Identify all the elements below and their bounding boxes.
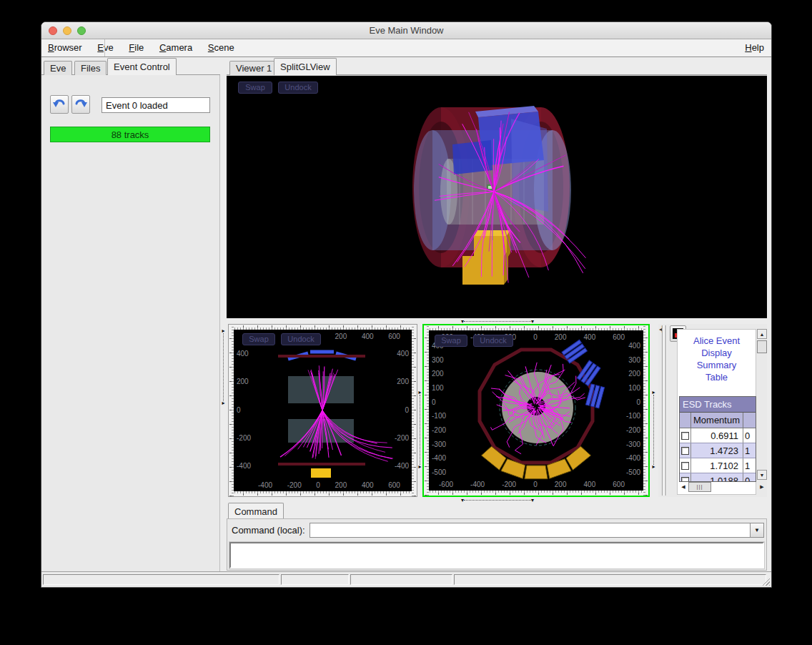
splitter-handle[interactable]: ▸ ▸ [221,329,226,405]
sidebar-splitter[interactable]: ▸ ▸ [220,75,227,573]
rphi-canvas[interactable]: -600-400-2000200400600 -600-400-20002004… [429,330,643,491]
ruler-bottom [229,491,417,496]
dropdown-arrow-icon[interactable]: ▼ [750,523,764,538]
command-combo: ▼ [310,523,764,538]
sidebar-tabrow: Eve Files Event Control [41,57,220,75]
clipped-column-value: 1 [743,458,756,473]
checkbox-column-header [680,413,691,428]
track-checkbox[interactable] [681,462,689,470]
summary-title: Alice Event Display Summary Table [678,335,756,383]
window-title: Eve Main Window [41,25,771,36]
summary-title-line: Display [678,347,756,359]
menu-help[interactable]: Help [745,42,764,53]
scroll-up-icon[interactable]: ▲ [757,329,767,339]
viewer-rphi-projection[interactable]: -600-400-2000200400600 -600-400-20002004… [422,324,650,497]
command-output[interactable] [229,542,764,568]
tab-files[interactable]: Files [74,61,107,75]
swap-button[interactable]: Swap [435,335,467,347]
table-row: 0.69110 [680,428,756,443]
swap-button[interactable]: Swap [238,82,272,94]
chevron-right-icon: ▸ [652,465,655,469]
summary-title-line: Table [678,371,756,383]
chevron-down-icon: ▾ [531,320,534,324]
back-arrow-icon [52,99,66,110]
event-status-field[interactable] [102,97,210,113]
table-rows: 0.691101.472311.710211.01880 [680,428,756,482]
splitter-handle[interactable]: ▾ ▾ [461,320,534,323]
tab-command[interactable]: Command [228,503,284,518]
scrollbar-thumb[interactable] [757,340,767,353]
viewer-rhoz-projection[interactable]: -400-2000200400600 -400-2000200400600 40… [228,324,417,497]
swap-button[interactable]: Swap [242,333,275,345]
undock-button[interactable]: Undock [278,82,318,94]
command-tabrow: Command [227,501,767,518]
scrollbar-thumb[interactable]: ||| [688,482,711,492]
menu-scene[interactable]: Scene [202,39,241,53]
viewer-splitter-vertical[interactable]: ▸ ▸ [417,324,422,497]
undock-button[interactable]: Undock [281,333,321,345]
vertical-scrollbar[interactable]: ▲ ▼ [757,329,768,480]
clipped-column-value: 1 [743,443,756,458]
tab-viewer-1[interactable]: Viewer 1 [229,61,278,75]
viewer-3d[interactable]: Swap Undock [227,75,767,318]
status-cell [350,574,452,585]
menu-eve[interactable]: Eve [91,39,119,53]
command-label: Command (local): [232,525,305,536]
momentum-column-header[interactable]: Momentum [691,413,743,428]
eve-main-window: Eve Main Window Browser Eve File Camera … [41,21,772,588]
horizontal-scrollbar[interactable]: ◀ ||| ▶ [679,482,768,493]
tab-splitglview[interactable]: SplitGLView [274,58,337,75]
forward-arrow-icon [74,99,88,110]
summary-splitter[interactable]: ▸ ▸ [650,324,658,497]
ruler-left [229,325,234,496]
momentum-value: 1.4723 [691,443,743,458]
track-checkbox[interactable] [681,432,689,440]
momentum-value: 0.6911 [691,428,743,443]
rphi-rendering [429,330,643,491]
viewer-tabrow: Viewer 1 SplitGLView [227,57,767,75]
ruler-left [424,325,429,496]
summary-title-line: Alice Event [678,335,756,347]
panel-groove [662,325,663,496]
scroll-left-icon[interactable]: ◀ [679,482,688,492]
menubar: Browser Eve File Camera Scene Help [41,39,771,57]
desktop-background: Eve Main Window Browser Eve File Camera … [0,0,812,645]
rhoz-canvas[interactable]: -400-2000200400600 -400-2000200400600 40… [234,330,412,491]
menu-browser[interactable]: Browser [41,39,89,53]
ruler-top [424,325,648,330]
splitter-handle[interactable]: ▸ ▸ [651,390,656,469]
splitter-handle[interactable]: ▸ ▸ [417,390,422,469]
table-column-headers: Momentum [680,413,756,428]
menu-camera[interactable]: Camera [153,39,199,53]
clipped-column-value: 0 [743,428,756,443]
table-row: 1.01880 [680,473,756,482]
scroll-right-icon[interactable]: ▶ [758,482,766,492]
tab-event-control[interactable]: Event Control [107,58,177,75]
tracks-count-badge: 88 tracks [50,127,210,142]
command-input[interactable] [310,523,750,538]
menu-file[interactable]: File [122,39,150,53]
next-event-button[interactable] [71,95,90,114]
previous-event-button[interactable] [50,95,69,114]
esd-tracks-table: ESD Tracks Momentum 0.691101.472311.7102… [679,396,756,482]
detector-3d-rendering [227,76,767,317]
ruler-right [643,325,648,496]
clipped-column-header [743,413,756,428]
tab-eve[interactable]: Eve [44,61,72,75]
titlebar[interactable]: Eve Main Window [41,22,771,39]
table-row: 1.47231 [680,443,756,458]
ruler-bottom [424,491,648,496]
track-checkbox[interactable] [681,447,689,455]
status-cell [454,574,766,585]
scroll-down-icon[interactable]: ▼ [757,470,767,480]
momentum-value: 1.7102 [691,458,743,473]
status-cell [43,574,279,585]
menubar-separator [104,39,105,56]
viewer-splitter-horizontal[interactable]: ▾ ▾ [227,318,767,324]
track-checkbox[interactable] [681,477,689,483]
clipped-column-value: 0 [743,473,756,482]
statusbar [41,571,771,587]
undock-button[interactable]: Undock [473,335,513,347]
ruler-right [412,325,417,496]
panel-groove [665,325,667,496]
